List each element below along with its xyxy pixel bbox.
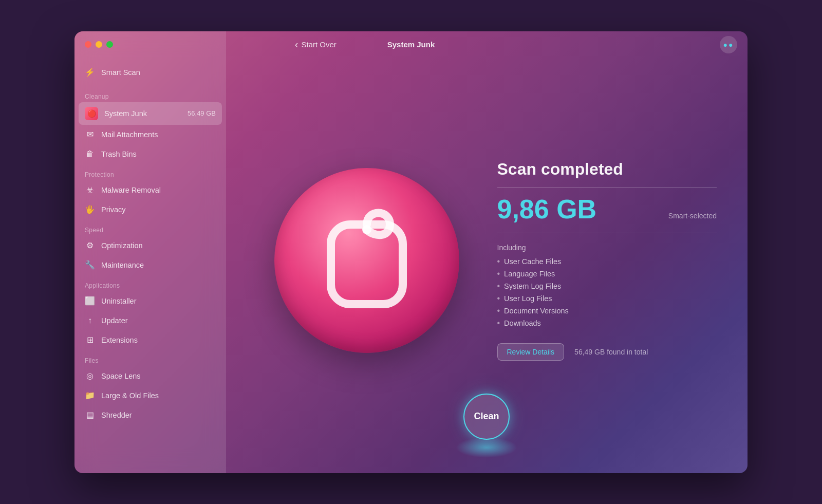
sidebar-item-privacy[interactable]: 🖐 Privacy <box>74 200 226 219</box>
more-options-button[interactable]: ●● <box>720 36 737 53</box>
back-button[interactable]: ‹ Start Over <box>295 39 337 50</box>
clean-button[interactable]: Clean <box>463 394 510 440</box>
review-details-button[interactable]: Review Details <box>497 343 565 361</box>
minimize-button[interactable] <box>96 41 102 48</box>
list-item-language-files: Language Files <box>497 269 717 278</box>
mail-icon: ✉ <box>85 129 95 140</box>
including-label: Including <box>497 244 717 252</box>
sidebar-item-optimization[interactable]: ⚙ Optimization <box>74 236 226 255</box>
trash-bins-label: Trash Bins <box>101 150 137 158</box>
large-old-files-label: Large & Old Files <box>101 391 159 400</box>
optimization-icon: ⚙ <box>85 240 95 251</box>
list-item-system-log: System Log Files <box>497 282 717 291</box>
uninstaller-label: Uninstaller <box>101 297 137 305</box>
info-panel: Scan completed 9,86 GB Smart-selected In… <box>477 160 717 361</box>
dots-icon: ●● <box>723 41 734 49</box>
smart-scan-label: Smart Scan <box>101 68 140 77</box>
title-nav: ‹ Start Over System Junk <box>387 40 435 49</box>
section-label-speed: Speed <box>74 219 226 236</box>
back-arrow-icon: ‹ <box>295 39 298 50</box>
section-label-cleanup: Cleanup <box>74 86 226 102</box>
title-bar: ‹ Start Over System Junk ●● <box>74 31 748 58</box>
app-logo <box>274 168 459 353</box>
divider-bottom <box>497 233 717 233</box>
main-window: ‹ Start Over System Junk ●● ⚡ Smart Scan… <box>74 31 748 473</box>
divider-top <box>497 187 717 188</box>
updater-label: Updater <box>101 316 128 325</box>
sidebar-item-maintenance[interactable]: 🔧 Maintenance <box>74 255 226 275</box>
sidebar-item-system-junk[interactable]: 🔴 System Junk 56,49 GB <box>79 102 222 125</box>
system-junk-label: System Junk <box>104 109 147 118</box>
maximize-button[interactable] <box>106 41 113 48</box>
window-title: System Junk <box>387 40 435 49</box>
optimization-label: Optimization <box>101 241 143 250</box>
section-label-applications: Applications <box>74 275 226 291</box>
file-list: User Cache Files Language Files System L… <box>497 257 717 328</box>
shredder-icon: ▤ <box>85 410 95 420</box>
sidebar-item-space-lens[interactable]: ◎ Space Lens <box>74 366 226 386</box>
sidebar-item-updater[interactable]: ↑ Updater <box>74 311 226 330</box>
shredder-label: Shredder <box>101 411 132 419</box>
section-label-files: Files <box>74 350 226 366</box>
malware-removal-label: Malware Removal <box>101 186 161 194</box>
smart-scan-icon: ⚡ <box>85 67 95 78</box>
mail-attachments-label: Mail Attachments <box>101 130 158 139</box>
large-files-icon: 📁 <box>85 390 95 401</box>
sidebar-item-malware-removal[interactable]: ☣ Malware Removal <box>74 180 226 200</box>
list-item-user-log: User Log Files <box>497 294 717 303</box>
sidebar-item-large-old-files[interactable]: 📁 Large & Old Files <box>74 386 226 405</box>
uninstaller-icon: ⬜ <box>85 296 95 306</box>
glow-effect <box>456 437 517 458</box>
svg-point-1 <box>362 225 371 234</box>
sidebar: ⚡ Smart Scan Cleanup 🔴 System Junk 56,49… <box>74 31 226 473</box>
clean-button-container: Clean <box>456 394 517 458</box>
malware-icon: ☣ <box>85 185 95 195</box>
sidebar-item-shredder[interactable]: ▤ Shredder <box>74 405 226 425</box>
privacy-icon: 🖐 <box>85 204 95 215</box>
close-button[interactable] <box>85 41 91 48</box>
traffic-lights <box>85 41 113 48</box>
maintenance-label: Maintenance <box>101 261 144 269</box>
sidebar-item-mail-attachments[interactable]: ✉ Mail Attachments <box>74 125 226 144</box>
space-lens-icon: ◎ <box>85 371 95 381</box>
section-label-protection: Protection <box>74 164 226 180</box>
system-junk-icon: 🔴 <box>85 107 98 120</box>
maintenance-icon: 🔧 <box>85 260 95 270</box>
size-value: 9,86 GB <box>497 196 597 222</box>
app-logo-area <box>257 168 477 353</box>
privacy-label: Privacy <box>101 206 126 214</box>
trash-icon: 🗑 <box>85 149 95 159</box>
system-junk-size: 56,49 GB <box>188 109 216 117</box>
list-item-user-cache: User Cache Files <box>497 257 717 266</box>
sidebar-item-extensions[interactable]: ⊞ Extensions <box>74 330 226 350</box>
extensions-label: Extensions <box>101 336 138 344</box>
space-lens-label: Space Lens <box>101 372 141 380</box>
smart-selected-label: Smart-selected <box>668 212 717 220</box>
found-total-label: 56,49 GB found in total <box>574 348 648 356</box>
sidebar-item-smart-scan[interactable]: ⚡ Smart Scan <box>74 62 226 83</box>
app-logo-svg <box>315 204 418 317</box>
scan-completed-title: Scan completed <box>497 160 717 179</box>
list-item-document-versions: Document Versions <box>497 306 717 315</box>
action-row: Review Details 56,49 GB found in total <box>497 343 717 361</box>
size-row: 9,86 GB Smart-selected <box>497 196 717 222</box>
back-button-label: Start Over <box>301 40 336 49</box>
list-item-downloads: Downloads <box>497 319 717 328</box>
sidebar-item-uninstaller[interactable]: ⬜ Uninstaller <box>74 291 226 311</box>
extensions-icon: ⊞ <box>85 335 95 345</box>
svg-rect-0 <box>331 225 403 304</box>
updater-icon: ↑ <box>85 315 95 326</box>
sidebar-item-trash-bins[interactable]: 🗑 Trash Bins <box>74 144 226 164</box>
